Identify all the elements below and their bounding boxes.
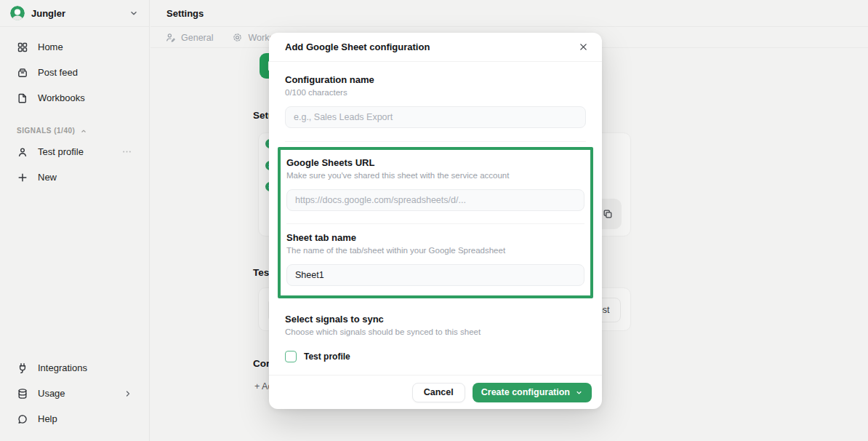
signals-header-label: SIGNALS (1/40) (17, 127, 75, 135)
post-feed-icon (17, 67, 28, 79)
page-title: Settings (166, 8, 204, 19)
sidebar-footer: Integrations Usage Help (0, 355, 149, 441)
sheet-tab-name-input[interactable] (286, 264, 584, 286)
workspace-switcher[interactable]: Jungler (0, 0, 149, 27)
sheet-tab-name-label: Sheet tab name (286, 232, 584, 243)
chevron-right-icon (124, 389, 132, 398)
signal-option-label: Test profile (304, 351, 350, 362)
select-signals-section: Select signals to sync Choose which sign… (285, 314, 586, 362)
sidebar-item-label: Workbooks (38, 92, 85, 103)
checkbox[interactable] (285, 351, 297, 362)
section-divider (286, 223, 584, 224)
modal-footer: Cancel Create configuration (269, 375, 602, 409)
sidebar-item-label: Integrations (38, 362, 87, 373)
section-divider (285, 141, 586, 142)
sidebar-item-help[interactable]: Help (7, 406, 142, 432)
sidebar-item-integrations[interactable]: Integrations (7, 355, 142, 381)
modal-body: Configuration name 0/100 characters Goog… (269, 62, 602, 375)
tab-general[interactable]: General (165, 32, 213, 43)
modal-title: Add Google Sheet configuration (285, 41, 430, 52)
workspace-avatar (10, 6, 25, 20)
document-icon (17, 92, 28, 104)
sheet-tab-name-hint: The name of the tab/sheet within your Go… (286, 246, 584, 255)
topbar: Settings (150, 0, 868, 27)
sidebar-item-label: Post feed (38, 67, 78, 78)
select-signals-hint: Choose which signals should be synced to… (285, 327, 586, 336)
configuration-name-section: Configuration name 0/100 characters (285, 74, 586, 128)
create-configuration-label: Create configuration (481, 387, 570, 397)
close-icon[interactable] (574, 39, 592, 56)
person-edit-icon (165, 32, 176, 43)
configuration-name-label: Configuration name (285, 74, 586, 85)
sidebar-item-new[interactable]: New (7, 164, 142, 190)
tab-label: General (181, 33, 213, 43)
chevron-down-icon (129, 8, 139, 18)
sheet-tab-name-section: Sheet tab name The name of the tab/sheet… (286, 232, 584, 286)
plus-icon (17, 172, 28, 183)
sidebar-nav: Home Post feed Workbooks SIGNALS (1/40) (0, 27, 149, 190)
chevron-up-icon (80, 127, 87, 135)
google-sheets-url-section: Google Sheets URL Make sure you've share… (286, 157, 584, 211)
sidebar-item-post-feed[interactable]: Post feed (7, 60, 142, 85)
google-sheets-url-hint: Make sure you've shared this sheet with … (286, 171, 584, 180)
add-google-sheet-modal: Add Google Sheet configuration Configura… (269, 33, 602, 409)
sidebar-item-label: Test profile (38, 146, 84, 157)
grid-icon (17, 41, 28, 53)
chat-bubble-icon (17, 413, 28, 425)
sidebar-item-home[interactable]: Home (7, 34, 142, 60)
google-sheets-url-label: Google Sheets URL (286, 157, 584, 168)
google-sheets-url-input[interactable] (286, 189, 584, 211)
chevron-down-icon (575, 389, 583, 397)
database-icon (17, 388, 28, 400)
create-configuration-button[interactable]: Create configuration (473, 383, 592, 402)
sidebar-item-label: Help (38, 413, 57, 424)
signals-section-header[interactable]: SIGNALS (1/40) (7, 127, 142, 135)
person-icon (17, 146, 28, 158)
sidebar-item-label: Usage (38, 388, 65, 399)
select-signals-label: Select signals to sync (285, 314, 586, 325)
cancel-button[interactable]: Cancel (412, 383, 465, 402)
modal-header: Add Google Sheet configuration (269, 33, 602, 62)
sidebar: Jungler Home Post feed (0, 0, 150, 441)
workspace-name: Jungler (31, 8, 65, 19)
highlighted-fields-group: Google Sheets URL Make sure you've share… (278, 147, 593, 298)
sidebar-item-workbooks[interactable]: Workbooks (7, 85, 142, 111)
configuration-name-input[interactable] (285, 106, 586, 128)
signal-option-test-profile[interactable]: Test profile (285, 351, 586, 362)
copy-icon (602, 208, 614, 220)
sidebar-item-label: New (38, 172, 57, 183)
sidebar-item-label: Home (38, 41, 63, 52)
ellipsis-icon[interactable] (121, 146, 132, 157)
sidebar-item-test-profile[interactable]: Test profile (7, 139, 142, 164)
plug-icon (17, 362, 28, 374)
sidebar-item-usage[interactable]: Usage (7, 381, 142, 406)
app-root: Jungler Home Post feed (0, 0, 868, 441)
gear-icon (232, 32, 243, 43)
character-count: 0/100 characters (285, 88, 586, 97)
